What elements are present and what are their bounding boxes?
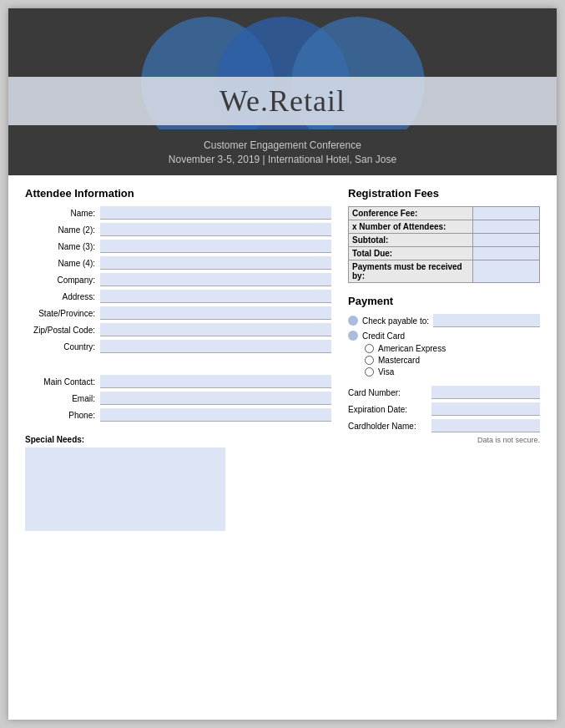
input-phone[interactable] — [100, 408, 331, 422]
credit-card-label: Credit Card — [362, 331, 405, 341]
label-country: Country: — [25, 342, 100, 351]
special-needs-section: Special Needs: — [25, 435, 331, 531]
page-title: We.Retail — [8, 83, 557, 119]
cc-label-amex: American Express — [378, 344, 446, 353]
payment-section: Payment Check payable to: Credit Card Am… — [348, 295, 540, 444]
form-row-zip: Zip/Postal Code: — [25, 323, 331, 336]
input-company[interactable] — [100, 273, 331, 286]
check-payable-row: Check payable to: — [348, 314, 540, 327]
payment-title: Payment — [348, 295, 540, 307]
cc-label-visa: Visa — [378, 367, 394, 377]
fees-table: Conference Fee: x Number of Attendees: S… — [348, 206, 540, 283]
radio-check[interactable] — [348, 316, 358, 326]
fee-label-subtotal: Subtotal: — [349, 234, 473, 247]
fee-row-payments: Payments must be received by: — [349, 260, 540, 283]
fee-value-conference[interactable] — [472, 207, 539, 220]
check-payable-input[interactable] — [433, 314, 540, 327]
expiration-date-row: Expiration Date: — [348, 402, 540, 416]
label-phone: Phone: — [25, 411, 100, 420]
label-name2: Name (2): — [25, 225, 100, 235]
card-number-label: Card Number: — [348, 388, 431, 397]
conference-details: November 3-5, 2019 | International Hotel… — [169, 154, 396, 165]
check-label: Check payable to: — [362, 316, 429, 326]
label-zip: Zip/Postal Code: — [25, 326, 100, 335]
radio-credit-card[interactable] — [348, 331, 358, 341]
radio-visa[interactable] — [365, 367, 374, 377]
special-needs-label: Special Needs: — [25, 435, 331, 444]
payments-value[interactable] — [472, 260, 539, 283]
input-main-contact[interactable] — [100, 375, 331, 388]
fee-value-total[interactable] — [472, 247, 539, 260]
left-column: Attendee Information Name: Name (2): Nam… — [25, 187, 331, 531]
input-name4[interactable] — [100, 256, 331, 270]
fees-section-title: Registration Fees — [348, 187, 540, 200]
expiration-date-label: Expiration Date: — [348, 405, 431, 414]
cc-option-visa: Visa — [365, 367, 540, 377]
label-main-contact: Main Contact: — [25, 377, 100, 387]
cardholder-name-row: Cardholder Name: — [348, 419, 540, 432]
form-row-state: State/Province: — [25, 306, 331, 320]
fee-label-attendees: x Number of Attendees: — [349, 220, 473, 234]
fee-row-total: Total Due: — [349, 247, 540, 260]
credit-card-row: Credit Card — [348, 331, 540, 341]
fee-label-total: Total Due: — [349, 247, 473, 260]
form-row-phone: Phone: — [25, 408, 331, 422]
cc-option-mastercard: Mastercard — [365, 356, 540, 365]
fee-label-conference: Conference Fee: — [349, 207, 473, 220]
card-number-input[interactable] — [431, 386, 540, 399]
label-address: Address: — [25, 292, 100, 301]
input-address[interactable] — [100, 290, 331, 303]
not-secure-notice: Data is not secure. — [348, 436, 540, 444]
input-name1[interactable] — [100, 206, 331, 220]
radio-amex[interactable] — [365, 344, 374, 353]
payments-label: Payments must be received by: — [349, 260, 473, 283]
input-country[interactable] — [100, 340, 331, 353]
form-row-main-contact: Main Contact: — [25, 375, 331, 388]
cardholder-name-input[interactable] — [431, 419, 540, 432]
label-company: Company: — [25, 276, 100, 285]
fee-value-attendees[interactable] — [472, 220, 539, 234]
form-row-name4: Name (4): — [25, 256, 331, 270]
expiration-date-input[interactable] — [431, 402, 540, 416]
label-state: State/Province: — [25, 309, 100, 318]
form-row-name2: Name (2): — [25, 223, 331, 236]
title-band: We.Retail — [8, 77, 557, 125]
contact-section: Main Contact: Email: Phone: — [25, 375, 331, 422]
form-row-name3: Name (3): — [25, 240, 331, 253]
form-row-name1: Name: — [25, 206, 331, 220]
label-name4: Name (4): — [25, 259, 100, 268]
header-banner: We.Retail Customer Engagement Conference… — [8, 8, 557, 175]
input-email[interactable] — [100, 392, 331, 405]
card-number-row: Card Number: — [348, 386, 540, 399]
conference-name: Customer Engagement Conference — [204, 139, 361, 151]
radio-mastercard[interactable] — [365, 356, 374, 365]
attendee-section-title: Attendee Information — [25, 187, 331, 200]
form-row-company: Company: — [25, 273, 331, 286]
body-content: Attendee Information Name: Name (2): Nam… — [8, 175, 557, 548]
cardholder-name-label: Cardholder Name: — [348, 422, 431, 431]
input-state[interactable] — [100, 306, 331, 320]
label-email: Email: — [25, 394, 100, 403]
fee-row-conference: Conference Fee: — [349, 207, 540, 220]
form-row-country: Country: — [25, 340, 331, 353]
cc-label-mastercard: Mastercard — [378, 356, 420, 365]
input-name3[interactable] — [100, 240, 331, 253]
fee-row-attendees: x Number of Attendees: — [349, 220, 540, 234]
subtitle-band: Customer Engagement Conference November … — [8, 129, 557, 175]
page: We.Retail Customer Engagement Conference… — [8, 8, 557, 720]
cc-option-amex: American Express — [365, 344, 540, 353]
form-row-address: Address: — [25, 290, 331, 303]
special-needs-input[interactable] — [25, 447, 225, 531]
attendee-fields: Name: Name (2): Name (3): Name (4): Comp… — [25, 206, 331, 353]
fee-value-subtotal[interactable] — [472, 234, 539, 247]
input-name2[interactable] — [100, 223, 331, 236]
form-row-email: Email: — [25, 392, 331, 405]
label-name1: Name: — [25, 209, 100, 218]
label-name3: Name (3): — [25, 242, 100, 251]
fee-row-subtotal: Subtotal: — [349, 234, 540, 247]
input-zip[interactable] — [100, 323, 331, 336]
right-column: Registration Fees Conference Fee: x Numb… — [348, 187, 540, 531]
